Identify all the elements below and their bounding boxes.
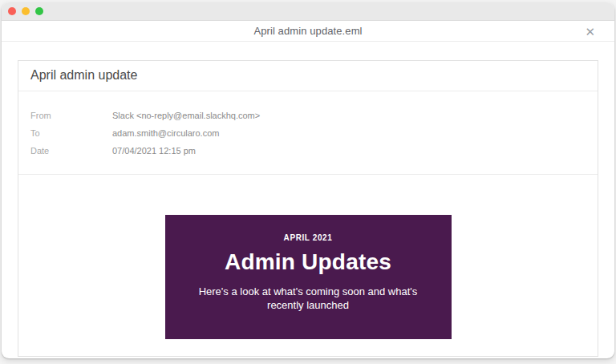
email-body: APRIL 2021 Admin Updates Here's a look a… (18, 175, 598, 356)
header-value-from: Slack <no-reply@email.slackhq.com> (112, 111, 260, 120)
email-preview-window: April admin update.eml ✕ April admin upd… (2, 2, 614, 358)
header-row-to: To adam.smith@circularo.com (30, 124, 586, 142)
header-value-to: adam.smith@circularo.com (112, 128, 219, 138)
banner-eyebrow: APRIL 2021 (284, 233, 333, 242)
dialog-title: April admin update.eml (253, 25, 362, 37)
dialog-header: April admin update.eml ✕ (2, 21, 614, 42)
window-close-button[interactable] (8, 7, 16, 15)
email-subject-row: April admin update (18, 61, 598, 91)
window-minimize-button[interactable] (22, 7, 30, 15)
newsletter-banner: APRIL 2021 Admin Updates Here's a look a… (165, 215, 452, 339)
header-label-date: Date (30, 146, 112, 156)
header-label-to: To (30, 128, 112, 138)
dialog-content: April admin update From Slack <no-reply@… (2, 42, 614, 358)
window-titlebar[interactable] (2, 2, 614, 21)
close-dialog-button[interactable]: ✕ (582, 23, 598, 38)
header-row-from: From Slack <no-reply@email.slackhq.com> (30, 107, 586, 124)
banner-title: Admin Updates (225, 249, 391, 275)
email-subject: April admin update (30, 68, 137, 83)
traffic-lights (8, 7, 43, 15)
window-zoom-button[interactable] (35, 7, 43, 15)
header-value-date: 07/04/2021 12:15 pm (112, 146, 196, 156)
header-row-date: Date 07/04/2021 12:15 pm (30, 142, 586, 160)
header-label-from: From (30, 111, 112, 120)
close-icon: ✕ (585, 24, 595, 38)
email-headers: From Slack <no-reply@email.slackhq.com> … (18, 91, 598, 175)
banner-subtitle: Here's a look at what's coming soon and … (182, 285, 435, 313)
email-viewer: April admin update From Slack <no-reply@… (18, 60, 598, 357)
